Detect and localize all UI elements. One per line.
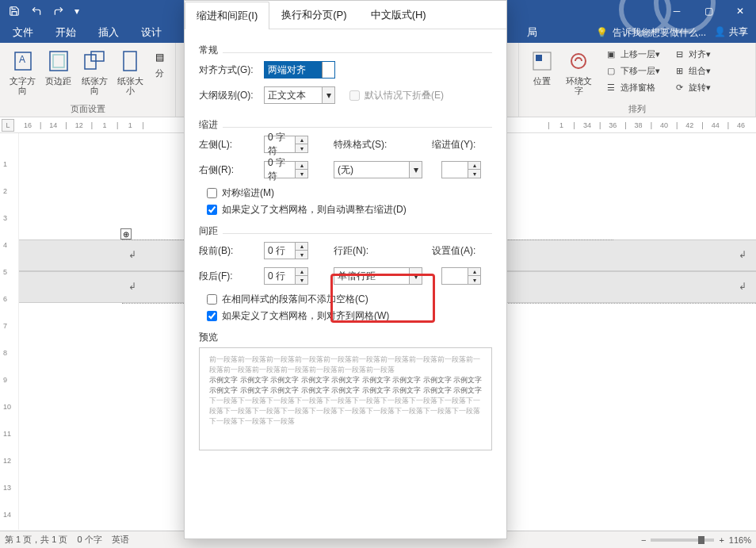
orientation-button[interactable]: 纸张方向 — [78, 46, 111, 97]
status-language[interactable]: 英语 — [112, 534, 129, 546]
group-button[interactable]: ⊞组合 ▾ — [670, 63, 714, 79]
chevron-down-icon[interactable]: ▾ — [409, 162, 422, 178]
tell-me-label: 告诉我您想要做什么... — [613, 26, 706, 40]
wrap-text-icon — [566, 48, 591, 75]
no-space-same-style-checkbox[interactable] — [207, 294, 217, 305]
svg-rect-6 — [85, 55, 96, 69]
dialog-tabs: 缩进和间距(I) 换行和分页(P) 中文版式(H) — [185, 1, 506, 29]
rotate-icon: ⟳ — [673, 81, 685, 94]
spinner-buttons[interactable]: ▴▾ — [295, 268, 307, 284]
alignment-select[interactable]: 两端对齐▾ — [264, 61, 335, 79]
ruler-tick: 1 — [553, 121, 571, 129]
space-before-spinner[interactable]: 0 行▴▾ — [264, 242, 308, 259]
vruler-tick: 12 — [3, 457, 11, 465]
table-row-right-1[interactable] — [613, 240, 756, 271]
tab-chinese-typography[interactable]: 中文版式(H) — [359, 1, 438, 29]
tab-insert[interactable]: 插入 — [87, 22, 130, 43]
outline-select[interactable]: 正文文本▾ — [264, 86, 335, 104]
tab-home[interactable]: 开始 — [44, 22, 87, 43]
indent-value-spinner[interactable]: ▴▾ — [441, 161, 481, 178]
undo-icon[interactable] — [25, 2, 48, 21]
close-icon[interactable]: ✕ — [724, 0, 756, 22]
vruler-tick: 11 — [3, 430, 11, 438]
label-setting-value: 设置值(A): — [432, 244, 475, 258]
cell-marker: ↲ — [739, 281, 746, 292]
tab-layout-partial[interactable]: 局 — [527, 22, 548, 43]
special-format-select[interactable]: (无)▾ — [334, 161, 422, 178]
ruler-tick: 1 — [96, 121, 113, 129]
ruler-tick: 38 — [630, 121, 647, 129]
size-button[interactable]: 纸张大小 — [114, 46, 147, 97]
zoom-thumb[interactable] — [698, 536, 704, 544]
send-backward-button[interactable]: ▢下移一层 ▾ — [601, 63, 663, 79]
tell-me-search[interactable]: 💡 告诉我您想要做什么... — [596, 22, 706, 43]
mirror-indent-checkbox[interactable] — [207, 188, 217, 198]
preview-box: 前一段落前一段落前一段落前一段落前一段落前一段落前一段落前一段落前一段落前一段落… — [199, 347, 492, 450]
space-after-spinner[interactable]: 0 行▴▾ — [264, 267, 308, 285]
wrap-text-button[interactable]: 环绕文字 — [562, 46, 595, 97]
rotate-button[interactable]: ⟳旋转 ▾ — [670, 79, 714, 95]
anchor-icon: ⊕ — [120, 228, 132, 240]
ruler-tick: 16 — [19, 121, 36, 129]
status-zoom[interactable]: 116% — [729, 535, 751, 545]
section-preview: 预览 — [199, 331, 492, 344]
setting-value-spinner[interactable]: ▴▾ — [441, 267, 481, 285]
align-button[interactable]: ⊟对齐 ▾ — [670, 46, 714, 62]
vruler-tick: 7 — [3, 322, 7, 330]
tab-file[interactable]: 文件 — [2, 22, 44, 43]
spinner-buttons[interactable]: ▴▾ — [295, 136, 307, 152]
chevron-down-icon[interactable]: ▾ — [322, 87, 334, 103]
position-button[interactable]: 位置 — [525, 46, 559, 97]
snap-to-grid-checkbox[interactable] — [207, 311, 217, 321]
status-words[interactable]: 0 个字 — [77, 534, 101, 546]
spinner-buttons[interactable]: ▴▾ — [468, 268, 480, 284]
section-indent: 缩进 — [199, 118, 492, 132]
zoom-slider[interactable] — [651, 538, 714, 542]
auto-adjust-indent-checkbox[interactable] — [207, 205, 217, 215]
section-spacing: 间距 — [199, 224, 492, 238]
ruler-tick: 46 — [732, 121, 750, 129]
qat-dropdown-icon[interactable]: ▾ — [70, 2, 84, 21]
columns-button[interactable]: ▤分 — [150, 46, 169, 97]
cell-marker: ↲ — [739, 249, 746, 260]
tab-indent-spacing[interactable]: 缩进和间距(I) — [185, 2, 269, 29]
margins-button[interactable]: 页边距 — [42, 46, 74, 97]
table-row-right-2[interactable] — [613, 271, 756, 303]
vruler-tick: 3 — [3, 214, 7, 222]
text-direction-button[interactable]: A文字方向 — [6, 46, 39, 97]
group-label-arrange: 排列 — [525, 102, 749, 115]
section-general: 常规 — [199, 44, 492, 57]
left-indent-spinner[interactable]: 0 字符▴▾ — [264, 136, 308, 153]
tab-line-page-breaks[interactable]: 换行和分页(P) — [269, 1, 358, 29]
ruler-tick: 1 — [121, 121, 139, 129]
label-outline: 大纲级别(O): — [199, 89, 258, 102]
margins-icon — [46, 48, 71, 75]
vruler-tick: 10 — [3, 403, 11, 411]
redo-icon[interactable] — [48, 2, 70, 21]
label-special: 特殊格式(S): — [334, 138, 397, 151]
spinner-buttons[interactable]: ▴▾ — [468, 162, 480, 178]
collapse-checkbox — [349, 90, 360, 101]
bring-forward-button[interactable]: ▣上移一层 ▾ — [601, 46, 663, 62]
highlight-annotation — [330, 274, 435, 323]
minimize-icon[interactable]: ─ — [661, 0, 693, 22]
chevron-down-icon[interactable]: ▾ — [322, 62, 334, 78]
tab-design[interactable]: 设计 — [130, 22, 173, 43]
ruler-tick: 44 — [707, 121, 724, 129]
maximize-icon[interactable]: ▢ — [693, 0, 724, 22]
spinner-buttons[interactable]: ▴▾ — [295, 243, 307, 259]
text-direction-icon: A — [10, 48, 36, 75]
share-label: 共享 — [729, 25, 748, 39]
ribbon-group-arrange: 位置 环绕文字 ▣上移一层 ▾ ▢下移一层 ▾ ☰选择窗格 ⊟对齐 ▾ ⊞组合 … — [518, 43, 756, 117]
vruler-tick: 5 — [3, 268, 7, 276]
selection-pane-button[interactable]: ☰选择窗格 — [601, 79, 663, 95]
share-button[interactable]: 👤 共享 — [706, 22, 756, 41]
status-page[interactable]: 第 1 页，共 1 页 — [5, 534, 67, 546]
right-indent-spinner[interactable]: 0 字符▴▾ — [264, 161, 308, 178]
lightbulb-icon: 💡 — [596, 27, 608, 38]
spinner-buttons[interactable]: ▴▾ — [295, 162, 307, 178]
vertical-ruler[interactable]: 1234567891011121314 — [0, 133, 19, 530]
columns-icon: ▤ — [147, 48, 172, 67]
send-backward-icon: ▢ — [605, 64, 617, 77]
save-icon[interactable] — [3, 2, 25, 21]
